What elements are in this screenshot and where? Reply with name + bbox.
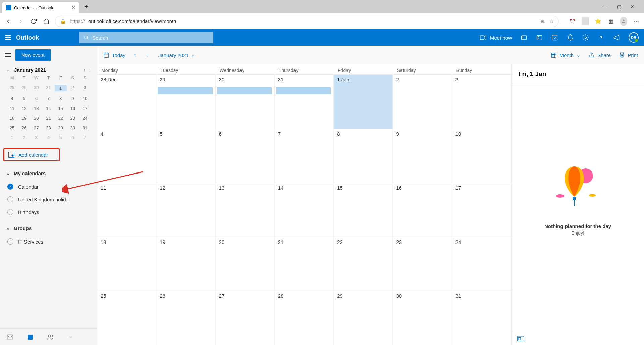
mini-day[interactable]: 8 xyxy=(55,96,67,101)
day-cell[interactable]: 2 xyxy=(393,74,452,129)
mini-day[interactable]: 28 xyxy=(6,85,18,91)
mini-day[interactable]: 11 xyxy=(6,106,18,111)
help-icon[interactable] xyxy=(598,34,604,41)
notifications-icon[interactable] xyxy=(567,34,574,41)
day-cell[interactable]: 10 xyxy=(452,129,511,183)
month-picker[interactable]: January 2021 ⌄ xyxy=(158,52,195,58)
print-button[interactable]: Print xyxy=(619,52,638,58)
next-period-button[interactable]: ↓ xyxy=(144,52,150,58)
day-cell[interactable]: 30 xyxy=(216,74,275,129)
mini-day[interactable]: 15 xyxy=(55,106,67,111)
my-day-icon[interactable] xyxy=(536,34,543,41)
mini-day[interactable]: 26 xyxy=(18,125,30,130)
mini-day[interactable]: 10 xyxy=(79,96,91,101)
mini-day[interactable]: 7 xyxy=(79,135,91,140)
calendar-item[interactable]: Calendar xyxy=(6,180,91,193)
my-calendars-header[interactable]: ⌄ My calendars xyxy=(6,166,91,180)
mini-prev-icon[interactable]: ↑ xyxy=(83,67,86,72)
meet-now-button[interactable]: Meet now xyxy=(480,35,512,41)
teams-call-icon[interactable] xyxy=(521,34,527,41)
day-cell[interactable]: 13 xyxy=(216,183,275,237)
day-cell[interactable]: 6 xyxy=(216,129,275,183)
calendar-toggle[interactable] xyxy=(7,184,13,190)
day-cell[interactable]: 11 xyxy=(97,183,156,237)
day-cell[interactable]: 26 xyxy=(156,291,215,345)
new-event-button[interactable]: New event xyxy=(15,49,51,61)
close-window-icon[interactable]: ✕ xyxy=(629,4,636,9)
mini-day[interactable]: 29 xyxy=(18,85,30,91)
megaphone-icon[interactable] xyxy=(613,34,620,41)
calendar-item[interactable]: United Kingdom holid... xyxy=(6,193,91,206)
back-button[interactable] xyxy=(4,17,12,25)
close-tab-icon[interactable]: × xyxy=(72,5,75,11)
mini-day[interactable]: 7 xyxy=(42,96,54,101)
account-avatar[interactable]: DB xyxy=(629,32,639,43)
settings-icon[interactable] xyxy=(582,34,589,41)
day-cell[interactable]: 30 xyxy=(393,291,452,345)
prev-period-button[interactable]: ↑ xyxy=(132,52,138,58)
day-cell[interactable]: 5 xyxy=(156,129,215,183)
mini-day[interactable]: 20 xyxy=(30,116,42,121)
mini-day[interactable]: 18 xyxy=(6,116,18,121)
day-cell[interactable]: 29 xyxy=(156,74,215,129)
day-cell[interactable]: 23 xyxy=(393,237,452,291)
day-cell[interactable]: 27 xyxy=(216,291,275,345)
groups-header[interactable]: ⌄ Groups xyxy=(6,221,91,235)
event-bar[interactable] xyxy=(217,87,272,94)
mini-day[interactable]: 3 xyxy=(79,85,91,91)
mini-day[interactable]: 16 xyxy=(67,106,79,111)
day-cell[interactable]: 8 xyxy=(334,129,393,183)
mini-day[interactable]: 5 xyxy=(18,96,30,101)
day-cell[interactable]: 28 Dec xyxy=(97,74,156,129)
more-apps-icon[interactable]: ⋯ xyxy=(67,334,72,340)
refresh-button[interactable] xyxy=(30,17,38,25)
mini-day[interactable]: 22 xyxy=(55,116,67,121)
mini-day[interactable]: 19 xyxy=(18,116,30,121)
day-cell[interactable]: 19 xyxy=(156,237,215,291)
today-button[interactable]: Today xyxy=(103,52,125,58)
more-icon[interactable]: ⋯ xyxy=(633,18,640,24)
add-page-icon[interactable]: ⊕ xyxy=(540,18,545,24)
day-cell[interactable]: 1 Jan xyxy=(334,74,393,129)
mini-day[interactable]: 31 xyxy=(79,125,91,130)
day-cell[interactable]: 29 xyxy=(334,291,393,345)
mini-day[interactable]: 6 xyxy=(30,96,42,101)
share-button[interactable]: Share xyxy=(589,52,611,58)
tips-icon[interactable] xyxy=(551,34,558,41)
calendar-toggle[interactable] xyxy=(7,209,13,215)
calendar-item[interactable]: Birthdays xyxy=(6,206,91,218)
favorite-icon[interactable]: ☆ xyxy=(549,18,554,24)
mini-day[interactable]: 2 xyxy=(67,85,79,91)
day-cell[interactable]: 28 xyxy=(275,291,334,345)
minimize-icon[interactable]: — xyxy=(602,4,609,9)
new-tab-button[interactable]: + xyxy=(81,2,91,12)
day-cell[interactable]: 17 xyxy=(452,183,511,237)
day-cell[interactable]: 15 xyxy=(334,183,393,237)
day-cell[interactable]: 7 xyxy=(275,129,334,183)
mini-day[interactable]: 27 xyxy=(30,125,42,130)
day-cell[interactable]: 21 xyxy=(275,237,334,291)
maximize-icon[interactable]: ▢ xyxy=(615,4,623,9)
mini-day[interactable]: 17 xyxy=(79,106,91,111)
mini-day[interactable]: 30 xyxy=(67,125,79,130)
mini-day[interactable]: 24 xyxy=(79,116,91,121)
mini-day[interactable]: 4 xyxy=(6,96,18,101)
people-icon[interactable] xyxy=(47,334,54,340)
address-bar[interactable]: 🔒 https://outlook.office.com/calendar/vi… xyxy=(55,16,559,27)
forward-button[interactable] xyxy=(17,17,25,25)
mini-day[interactable]: 29 xyxy=(55,125,67,130)
day-cell[interactable]: 25 xyxy=(97,291,156,345)
day-cell[interactable]: 22 xyxy=(334,237,393,291)
collections-icon[interactable]: ▦ xyxy=(607,18,614,24)
mini-day[interactable]: 3 xyxy=(30,135,42,140)
event-bar[interactable] xyxy=(276,87,331,94)
day-cell[interactable]: 31 xyxy=(275,74,334,129)
add-calendar-button[interactable]: Add calendar xyxy=(3,148,60,161)
event-bar[interactable] xyxy=(158,87,212,94)
mini-day[interactable]: 2 xyxy=(18,135,30,140)
mini-day[interactable]: 5 xyxy=(55,135,67,140)
profile-icon[interactable] xyxy=(620,17,627,26)
search-input[interactable]: Search xyxy=(79,32,213,43)
view-switcher[interactable]: Month ⌄ xyxy=(551,52,581,58)
home-button[interactable] xyxy=(42,17,50,25)
